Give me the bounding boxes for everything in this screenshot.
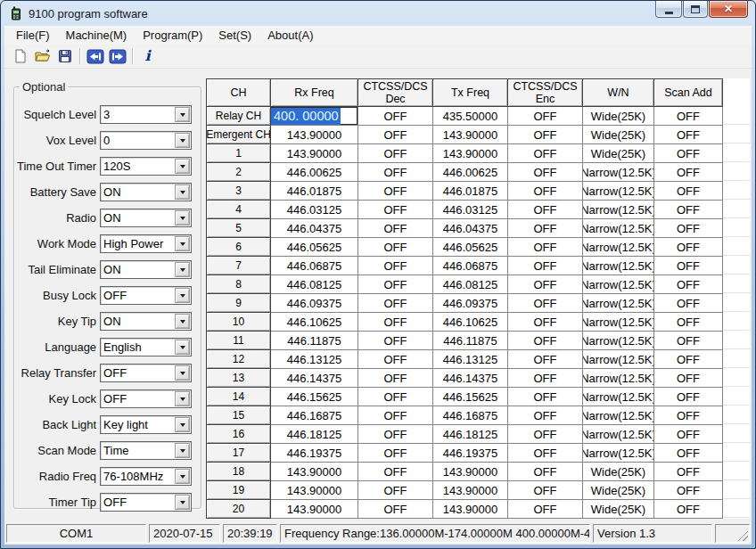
combo-work-mode[interactable]: High Power bbox=[100, 234, 192, 253]
minimize-button[interactable] bbox=[655, 1, 682, 18]
cell-tx[interactable]: 446.03125 bbox=[433, 201, 508, 219]
dropdown-arrow-icon[interactable] bbox=[175, 340, 190, 355]
cell-rx[interactable]: 143.90000 bbox=[271, 144, 358, 163]
cell-rx[interactable]: 446.03125 bbox=[271, 201, 358, 219]
cell-dec[interactable]: OFF bbox=[358, 500, 433, 519]
combo-scan-mode[interactable]: Time bbox=[100, 441, 192, 460]
cell-dec[interactable]: OFF bbox=[358, 388, 433, 406]
cell-scan[interactable]: OFF bbox=[654, 463, 723, 481]
cell-rx[interactable]: 446.01875 bbox=[271, 182, 358, 201]
cell-dec[interactable]: OFF bbox=[358, 332, 433, 350]
row-header-10[interactable]: 10 bbox=[207, 313, 271, 332]
menu-item-about-a[interactable]: About(A) bbox=[259, 27, 321, 44]
dropdown-arrow-icon[interactable] bbox=[175, 236, 190, 251]
cell-scan[interactable]: OFF bbox=[654, 126, 723, 144]
cell-wn[interactable]: Wide(25K) bbox=[583, 481, 654, 500]
cell-rx[interactable]: 446.18125 bbox=[271, 425, 358, 444]
cell-dec[interactable]: OFF bbox=[358, 481, 433, 500]
cell-wn[interactable]: Narrow(12.5K) bbox=[583, 425, 654, 444]
cell-rx[interactable]: 446.13125 bbox=[271, 350, 358, 369]
cell-dec[interactable]: OFF bbox=[358, 219, 433, 238]
info-button[interactable]: i bbox=[136, 46, 159, 67]
combo-vox-level[interactable]: 0 bbox=[100, 131, 192, 150]
cell-dec[interactable]: OFF bbox=[358, 350, 433, 369]
cell-enc[interactable]: OFF bbox=[508, 294, 583, 313]
cell-scan[interactable]: OFF bbox=[654, 163, 723, 182]
cell-rx[interactable]: 143.90000 bbox=[271, 500, 358, 519]
cell-enc[interactable]: OFF bbox=[508, 257, 583, 275]
combo-radio[interactable]: ON bbox=[100, 209, 192, 227]
cell-scan[interactable]: OFF bbox=[654, 350, 723, 369]
cell-scan[interactable]: OFF bbox=[654, 388, 723, 406]
row-header-emergent-ch[interactable]: Emergent CH bbox=[207, 126, 271, 144]
cell-tx[interactable]: 446.08125 bbox=[433, 275, 508, 294]
dropdown-arrow-icon[interactable] bbox=[175, 184, 190, 200]
cell-wn[interactable]: Narrow(12.5K) bbox=[583, 275, 654, 294]
combo-key-lock[interactable]: OFF bbox=[100, 389, 192, 408]
dropdown-arrow-icon[interactable] bbox=[175, 107, 190, 122]
combo-language[interactable]: English bbox=[100, 338, 192, 356]
dropdown-arrow-icon[interactable] bbox=[175, 133, 190, 148]
cell-scan[interactable]: OFF bbox=[654, 182, 723, 201]
cell-tx[interactable]: 446.01875 bbox=[433, 182, 508, 201]
read-from-radio-button[interactable] bbox=[84, 46, 106, 67]
cell-dec[interactable]: OFF bbox=[358, 257, 433, 275]
close-button[interactable]: ✕ bbox=[709, 1, 748, 18]
maximize-button[interactable] bbox=[683, 1, 708, 18]
dropdown-arrow-icon[interactable] bbox=[175, 391, 190, 406]
cell-scan[interactable]: OFF bbox=[654, 406, 723, 425]
cell-enc[interactable]: OFF bbox=[508, 332, 583, 350]
cell-tx[interactable]: 446.10625 bbox=[433, 313, 508, 332]
row-header-relay-ch[interactable]: Relay CH bbox=[207, 107, 271, 126]
cell-scan[interactable]: OFF bbox=[654, 238, 723, 257]
cell-tx[interactable]: 446.05625 bbox=[433, 238, 508, 257]
cell-scan[interactable]: OFF bbox=[654, 201, 723, 219]
cell-enc[interactable]: OFF bbox=[508, 275, 583, 294]
cell-tx[interactable]: 446.18125 bbox=[433, 425, 508, 444]
menu-item-set-s[interactable]: Set(S) bbox=[210, 27, 259, 44]
cell-tx[interactable]: 446.16875 bbox=[433, 406, 508, 425]
combo-key-tip[interactable]: ON bbox=[100, 312, 192, 331]
row-header-6[interactable]: 6 bbox=[207, 238, 271, 257]
cell-wn[interactable]: Narrow(12.5K) bbox=[583, 350, 654, 369]
cell-tx[interactable]: 446.00625 bbox=[433, 163, 508, 182]
dropdown-arrow-icon[interactable] bbox=[175, 314, 190, 329]
cell-tx[interactable]: 446.13125 bbox=[433, 350, 508, 369]
row-header-20[interactable]: 20 bbox=[207, 500, 271, 519]
cell-wn[interactable]: Narrow(12.5K) bbox=[583, 369, 654, 388]
cell-scan[interactable]: OFF bbox=[654, 444, 723, 463]
dropdown-arrow-icon[interactable] bbox=[175, 262, 190, 277]
cell-dec[interactable]: OFF bbox=[358, 126, 433, 144]
row-header-2[interactable]: 2 bbox=[207, 163, 271, 182]
cell-enc[interactable]: OFF bbox=[508, 126, 583, 144]
cell-enc[interactable]: OFF bbox=[508, 406, 583, 425]
row-header-11[interactable]: 11 bbox=[207, 332, 271, 350]
cell-dec[interactable]: OFF bbox=[358, 201, 433, 219]
cell-rx[interactable]: 143.90000 bbox=[271, 126, 358, 144]
cell-enc[interactable]: OFF bbox=[508, 463, 583, 481]
cell-wn[interactable]: Narrow(12.5K) bbox=[583, 257, 654, 275]
cell-wn[interactable]: Narrow(12.5K) bbox=[583, 406, 654, 425]
cell-scan[interactable]: OFF bbox=[654, 313, 723, 332]
cell-rx[interactable]: 143.90000 bbox=[271, 481, 358, 500]
cell-dec[interactable]: OFF bbox=[358, 294, 433, 313]
cell-wn[interactable]: Narrow(12.5K) bbox=[583, 294, 654, 313]
row-header-3[interactable]: 3 bbox=[207, 182, 271, 201]
dropdown-arrow-icon[interactable] bbox=[175, 159, 190, 174]
cell-wn[interactable]: Narrow(12.5K) bbox=[583, 388, 654, 406]
dropdown-arrow-icon[interactable] bbox=[175, 288, 190, 303]
cell-dec[interactable]: OFF bbox=[358, 313, 433, 332]
cell-scan[interactable]: OFF bbox=[654, 275, 723, 294]
cell-enc[interactable]: OFF bbox=[508, 425, 583, 444]
cell-enc[interactable]: OFF bbox=[508, 350, 583, 369]
cell-scan[interactable]: OFF bbox=[654, 481, 723, 500]
row-header-16[interactable]: 16 bbox=[207, 425, 271, 444]
combo-timer-tip[interactable]: OFF bbox=[100, 493, 192, 512]
row-header-13[interactable]: 13 bbox=[207, 369, 271, 388]
combo-relay-transfer[interactable]: OFF bbox=[100, 364, 192, 382]
cell-rx[interactable]: 446.16875 bbox=[271, 406, 358, 425]
cell-enc[interactable]: OFF bbox=[508, 388, 583, 406]
cell-tx[interactable]: 446.09375 bbox=[433, 294, 508, 313]
cell-enc[interactable]: OFF bbox=[508, 313, 583, 332]
cell-enc[interactable]: OFF bbox=[508, 163, 583, 182]
